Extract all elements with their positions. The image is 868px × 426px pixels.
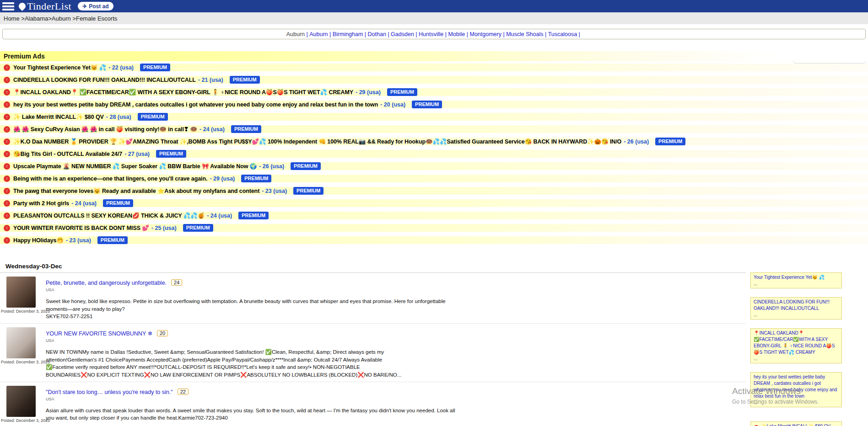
city-link[interactable]: Muscle Shoals xyxy=(506,31,543,37)
premium-ad-row[interactable]: ↑🌺 🌺 Sexy CuRvy Asian 🌺 🌺 in call 🍑 visi… xyxy=(0,125,868,133)
sidebar-box-title: 📍INCALL OAKLAND📍 ✅FACETIME/CAR✅WITH A SE… xyxy=(754,330,839,356)
premium-ad-row[interactable]: ↑✨K.O Daa NUMBER 🏅 PROVIDER 🏆 ✨💕AMAZING … xyxy=(0,138,868,145)
listing-photo[interactable] xyxy=(6,386,36,417)
premium-ad-row[interactable]: ↑Being with me is an experience—one that… xyxy=(0,175,868,182)
city-separator: | xyxy=(465,31,469,37)
posted-date: Posted: December 3, 2025 xyxy=(1,360,43,364)
city-link[interactable]: Montgomery xyxy=(469,31,501,37)
listing-photo[interactable] xyxy=(6,327,36,358)
bump-arrow-icon: ↑ xyxy=(4,77,10,83)
sidebar-premium-box[interactable]: Your Tightest Experience Yet😼 💦... xyxy=(750,272,842,288)
sidebar-box-more: ... xyxy=(754,399,839,406)
premium-ad-title: CINDERELLA LOOKING FOR FUN!!! OAKLAND!!!… xyxy=(13,77,196,83)
posted-date: Posted: December 3, 2025 xyxy=(1,418,43,423)
premium-ad-row[interactable]: ↑😘Big Tits Girl - OUTCALL Available 24/7… xyxy=(0,150,868,158)
premium-badge: PREMIUM xyxy=(97,236,128,244)
sidebar-premium-box[interactable]: ↑✨Lake Merritt INCALL✨ $80 QV... xyxy=(750,421,842,426)
bump-arrow-icon: ↑ xyxy=(4,176,10,182)
premium-ad-row[interactable]: ↑📍INCALL OAKLAND📍 ✅FACETIME/CAR✅ WITH A … xyxy=(0,88,868,96)
premium-section-title: Premium Ads xyxy=(4,53,45,60)
city-link[interactable]: Huntsville xyxy=(419,31,443,37)
breadcrumb-link[interactable]: Female Escorts xyxy=(76,15,117,22)
premium-ad-title: Being with me is an experience—one that … xyxy=(13,176,207,182)
premium-ad-row[interactable]: ↑Party with 2 Hot girls - 24 (usa)PREMIU… xyxy=(0,199,868,207)
city-separator: | xyxy=(305,31,309,37)
post-ad-button[interactable]: ✈ Post ad xyxy=(78,2,113,11)
sidebar-box-title: hey its your best wettes petite baby DRE… xyxy=(754,374,839,399)
premium-ad-title: hey its your best wettes petite baby DRE… xyxy=(13,101,378,108)
city-link[interactable]: Gadsden xyxy=(391,31,414,37)
premium-ad-age: - 22 (usa) xyxy=(108,64,134,71)
listing-title-link[interactable]: YOUR NEW FAVORITE SNOWBUNNY ❄ xyxy=(46,330,152,337)
city-separator: | xyxy=(543,31,548,37)
premium-badge: PREMIUM xyxy=(293,187,323,195)
premium-ad-age: - 27 (usa) xyxy=(124,151,150,157)
premium-ad-title: Upscale Playmate 🌋 NEW NUMBER 💦 Super So… xyxy=(13,163,257,170)
listing-photo[interactable] xyxy=(6,277,36,308)
city-link[interactable]: Auburn xyxy=(286,31,305,37)
sidebar-premium-box[interactable]: hey its your best wettes petite baby DRE… xyxy=(750,372,842,407)
sidebar-box-more: ... xyxy=(754,312,839,318)
listing-country: USA xyxy=(46,338,746,343)
post-ad-label: Post ad xyxy=(89,3,108,10)
premium-ad-row[interactable]: ↑CINDERELLA LOOKING FOR FUN!!! OAKLAND!!… xyxy=(0,76,868,84)
premium-ad-title: ✨ Lake Merritt INCALL✨ $80 QV xyxy=(13,113,104,120)
sidebar-premium-box[interactable]: CINDERELLA LOOKING FOR FUN!!! OAKLAND!!!… xyxy=(750,297,842,320)
bump-arrow-icon: ↑ xyxy=(4,225,10,231)
premium-ad-row[interactable]: ↑Upscale Playmate 🌋 NEW NUMBER 💦 Super S… xyxy=(0,162,868,170)
breadcrumb-link[interactable]: Auburn xyxy=(52,15,71,22)
listing-country: USA xyxy=(46,288,746,292)
listing-thumb-wrap: Posted: December 3, 2025 xyxy=(1,327,43,364)
breadcrumb-link[interactable]: Alabama xyxy=(25,15,48,22)
sidebar-box-more: ... xyxy=(754,281,839,287)
brand-logo[interactable]: TinderList xyxy=(19,0,71,12)
bump-arrow-icon: ↑ xyxy=(4,114,10,120)
city-link[interactable]: Dothan xyxy=(368,31,386,37)
listing-thumb-wrap: Posted: December 3, 2025 xyxy=(1,277,43,314)
sidebar-premium-box[interactable]: 📍INCALL OAKLAND📍 ✅FACETIME/CAR✅WITH A SE… xyxy=(750,328,842,363)
sidebar-box-title: Your Tightest Experience Yet😼 💦 xyxy=(754,274,839,281)
premium-badge: PREMIUM xyxy=(412,101,442,108)
bump-arrow-icon: ↑ xyxy=(4,151,10,157)
premium-ad-row[interactable]: ↑Your Tightest Experience Yet😼 💦 - 22 (u… xyxy=(0,64,868,71)
city-link[interactable]: Auburn xyxy=(309,31,328,37)
city-links-bar: Auburn | Auburn | Birmingham | Dothan | … xyxy=(2,29,866,39)
age-badge: 24 xyxy=(171,279,182,286)
listing-title-link[interactable]: "Don't stare too long… unless you're rea… xyxy=(46,389,173,395)
city-separator: | xyxy=(501,31,506,37)
premium-ad-row[interactable]: ↑The pawg that everyone loves😼 Ready and… xyxy=(0,187,868,195)
bump-arrow-icon: ↑ xyxy=(4,101,10,108)
listing-country: USA xyxy=(46,397,746,401)
premium-ad-row[interactable]: ↑hey its your best wettes petite baby DR… xyxy=(0,101,868,108)
premium-ad-age: - 28 (usa) xyxy=(106,114,131,120)
city-link[interactable]: Tuscaloosa xyxy=(548,31,577,37)
breadcrumb-separator: > xyxy=(48,15,52,22)
premium-badge: PREMIUM xyxy=(103,199,133,207)
premium-ad-title: YOUR WINTER FAVORITE IS BACK DONT MISS 💕 xyxy=(13,224,149,231)
premium-badge: PREMIUM xyxy=(183,224,213,232)
listing-item: Posted: December 3, 2025YOUR NEW FAVORIT… xyxy=(0,324,746,382)
premium-badge: PREMIUM xyxy=(238,212,269,219)
city-separator: | xyxy=(443,31,448,37)
listing-title-link[interactable]: Petite, brunette, and dangerously unforg… xyxy=(46,280,167,286)
premium-ad-age: - 24 (usa) xyxy=(199,126,225,133)
bump-arrow-icon: ↑ xyxy=(4,64,10,71)
city-link[interactable]: Birmingham xyxy=(333,31,363,37)
premium-ad-row[interactable]: ↑Happy HOlidays🤭 - 23 (usa)PREMIUM xyxy=(0,236,868,244)
brand-name: TinderList xyxy=(27,0,71,12)
breadcrumb-link[interactable]: Home xyxy=(4,15,20,22)
premium-ad-row[interactable]: ↑PLEASANTON OUTCALLS !! SEXY KOREAN💋 THI… xyxy=(0,212,868,219)
hamburger-menu-icon[interactable] xyxy=(2,1,14,12)
listings-section: Wednesday-03-Dec Posted: December 3, 202… xyxy=(0,261,746,426)
city-separator: | xyxy=(386,31,391,37)
premium-ad-row[interactable]: ↑YOUR WINTER FAVORITE IS BACK DONT MISS … xyxy=(0,224,868,232)
premium-ad-row[interactable]: ↑✨ Lake Merritt INCALL✨ $80 QV - 28 (usa… xyxy=(0,113,868,121)
premium-ads-list: ↑Your Tightest Experience Yet😼 💦 - 22 (u… xyxy=(0,64,868,249)
premium-ad-age: - 29 (usa) xyxy=(210,176,235,182)
listing-description: Sweet like honey, bold like espresso. Pe… xyxy=(46,298,460,313)
city-separator: | xyxy=(577,31,582,37)
premium-badge: PREMIUM xyxy=(655,138,685,145)
premium-badge: PREMIUM xyxy=(387,88,417,96)
city-link[interactable]: Mobile xyxy=(448,31,465,37)
date-header: Wednesday-03-Dec xyxy=(0,261,746,273)
